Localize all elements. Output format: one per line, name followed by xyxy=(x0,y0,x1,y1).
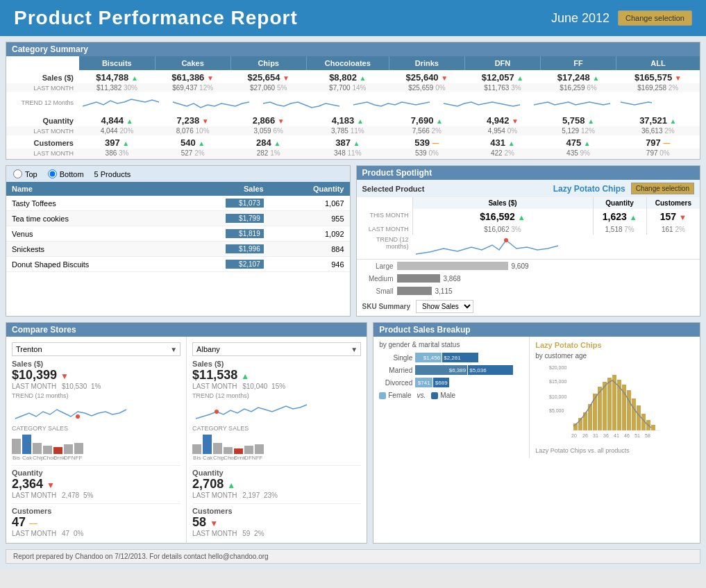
store1-select[interactable]: Trenton xyxy=(12,342,180,356)
qty-biscuits: 4,844 ▲ xyxy=(79,113,155,126)
sku-large-val: 9,609 xyxy=(512,262,529,270)
col-header-all: ALL xyxy=(616,56,700,70)
svg-text:$5,000: $5,000 xyxy=(549,408,564,413)
svg-text:$15,000: $15,000 xyxy=(549,379,566,384)
header-right: June 2012 Change selection xyxy=(551,10,692,26)
sales-all-arrow: ▼ xyxy=(675,74,682,82)
spotlight-col-sales: Sales ($) xyxy=(412,197,593,209)
cust-dfn: 431 ▲ xyxy=(464,135,540,149)
gender-legend: Female vs. Male xyxy=(379,392,523,399)
divorced-male-bar: $689 xyxy=(433,378,449,387)
sku-medium-bar xyxy=(397,274,440,283)
sales-sub-chips: $27,060 5% xyxy=(230,83,306,92)
spotlight-product-name: Lazy Potato Chips xyxy=(553,184,625,194)
radio-bottom[interactable] xyxy=(48,169,57,178)
store1-cat-sales-label: CATEGORY SALES xyxy=(12,425,180,432)
sales-main-row: Sales ($) $14,788 ▲ $61,386 ▼ $25,654 ▼ xyxy=(6,70,700,83)
col-quantity: Quantity xyxy=(269,182,350,196)
svg-text:36: 36 xyxy=(603,433,609,438)
chip-label-store1: Chip xyxy=(33,455,42,461)
trend-label: TREND 12 Months xyxy=(6,92,79,113)
bottom-row: Compare Stores Trenton ▼ Sales ($) $10,3… xyxy=(6,322,700,544)
divorced-female-bar: $741 xyxy=(415,378,432,387)
sales-biscuits-arrow: ▲ xyxy=(131,74,138,82)
change-selection-spotlight-button[interactable]: Change selection xyxy=(631,183,694,194)
cust-drinks: 539 — xyxy=(389,135,464,149)
sales-sub-drinks: $25,659 0% xyxy=(389,83,464,92)
header: Product Performance Report June 2012 Cha… xyxy=(0,0,706,36)
sku-dropdown[interactable]: Show Sales xyxy=(416,300,473,313)
sku-small-label: Small xyxy=(362,287,394,295)
sku-small-row: Small 3,115 xyxy=(357,285,700,297)
store1-qty-val: 2,364 xyxy=(12,477,43,492)
cust-sub-row: LAST MONTH 386 3% 527 2% 282 1% 348 11% … xyxy=(6,149,700,159)
sales-chips-arrow: ▼ xyxy=(283,74,289,82)
table-row: Tasty Toffees $1,073 1,067 xyxy=(6,196,350,211)
chip-bar-store2 xyxy=(213,443,222,454)
qty-main-row: Quantity 4,844 ▲ 7,238 ▼ 2,866 ▼ 4,183 xyxy=(6,113,700,126)
table-row: Snickests $1,996 884 xyxy=(6,242,350,257)
radio-top[interactable] xyxy=(13,169,22,178)
qty-all: 37,521 ▲ xyxy=(616,113,700,126)
header-title: Product Performance Report xyxy=(14,7,298,29)
cust-biscuits: 397 ▲ xyxy=(79,135,155,149)
sales-all: $165,575 ▼ xyxy=(616,70,700,83)
svg-text:20: 20 xyxy=(571,433,577,438)
sales-choc-arrow: ▲ xyxy=(360,74,367,82)
trend-sparkline-svg xyxy=(83,94,652,110)
sales-biscuits: $14,788 ▲ xyxy=(79,70,155,83)
store2-cust-label: Customers xyxy=(192,507,232,515)
qty-sub-row: LAST MONTH 4,044 20% 8,076 10% 3,059 6% … xyxy=(6,126,700,135)
chip-bar-store1 xyxy=(33,443,42,454)
store1-last-label: LAST MONTH xyxy=(12,383,56,390)
svg-text:51: 51 xyxy=(634,433,640,438)
qty-choc: 4,183 ▲ xyxy=(306,113,389,126)
col-header-cakes: Cakes xyxy=(155,56,230,70)
qty-chips: 2,866 ▼ xyxy=(230,113,306,126)
change-selection-header-button[interactable]: Change selection xyxy=(618,10,692,26)
store2-select[interactable]: Albany xyxy=(192,342,361,356)
cust-ff: 475 ▲ xyxy=(541,135,616,149)
radio-top-label[interactable]: Top xyxy=(13,169,37,178)
compare-stores-section: Compare Stores Trenton ▼ Sales ($) $10,3… xyxy=(6,322,367,544)
svg-point-2 xyxy=(215,410,219,414)
sales-sub-ff: $16,259 6% xyxy=(541,83,616,92)
sales-dfn: $12,057 ▲ xyxy=(464,70,540,83)
store2-sales-label: Sales ($) xyxy=(192,360,361,368)
spotlight-qty-this: 1,623 ▲ xyxy=(593,209,646,224)
divorced-label: Divorced xyxy=(379,379,412,387)
store2-cat-labels: Bis Cak Chip Choc Drnk DFN FF xyxy=(192,455,361,461)
store1-sales-pct: 1% xyxy=(91,383,101,390)
svg-point-0 xyxy=(504,238,508,242)
col-sales: Sales xyxy=(175,182,269,196)
single-label: Single xyxy=(379,354,412,362)
sales-drinks: $25,640 ▼ xyxy=(389,70,464,83)
male-legend-label: Male xyxy=(440,392,455,399)
breakup-section: Product Sales Breakup by gender & marita… xyxy=(373,322,700,544)
products-section: Top Bottom 5 Products Name Sales Quantit… xyxy=(6,165,351,317)
sales-ff-arrow: ▲ xyxy=(592,74,599,82)
spotlight-selected-label: Selected Product xyxy=(362,185,425,193)
footer: Report prepared by Chandoo on 7/12/2013.… xyxy=(6,549,700,564)
spotlight-sales-this: $16,592 ▲ xyxy=(412,209,593,224)
male-legend-color xyxy=(431,392,438,399)
sales-sub-all: $169,258 2% xyxy=(616,83,700,92)
store1-sales-last: $10,530 xyxy=(62,383,87,390)
sku-small-bar xyxy=(397,287,432,295)
svg-point-1 xyxy=(76,414,80,419)
store1-cat-bars xyxy=(12,433,180,454)
products-table: Name Sales Quantity Tasty Toffees $1,073… xyxy=(6,182,350,272)
spotlight-last-month-label: LAST MONTH xyxy=(357,224,412,235)
store2-sales-val: $11,538 xyxy=(192,368,237,383)
breakup-section-header: Product Sales Breakup xyxy=(373,323,700,337)
radio-bottom-label[interactable]: Bottom xyxy=(48,169,84,178)
svg-rect-14 xyxy=(607,378,612,430)
married-female-bar: $6,389 xyxy=(415,365,467,375)
category-summary-header: Category Summary xyxy=(6,42,700,56)
col-header-drinks: Drinks xyxy=(389,56,464,70)
breakup-age: Lazy Potato Chips by customer age $20,00… xyxy=(530,337,700,458)
sku-medium-label: Medium xyxy=(362,275,394,283)
svg-rect-23 xyxy=(651,425,655,430)
sku-medium-val: 3,868 xyxy=(444,275,461,283)
sales-chips: $25,654 ▼ xyxy=(230,70,306,83)
